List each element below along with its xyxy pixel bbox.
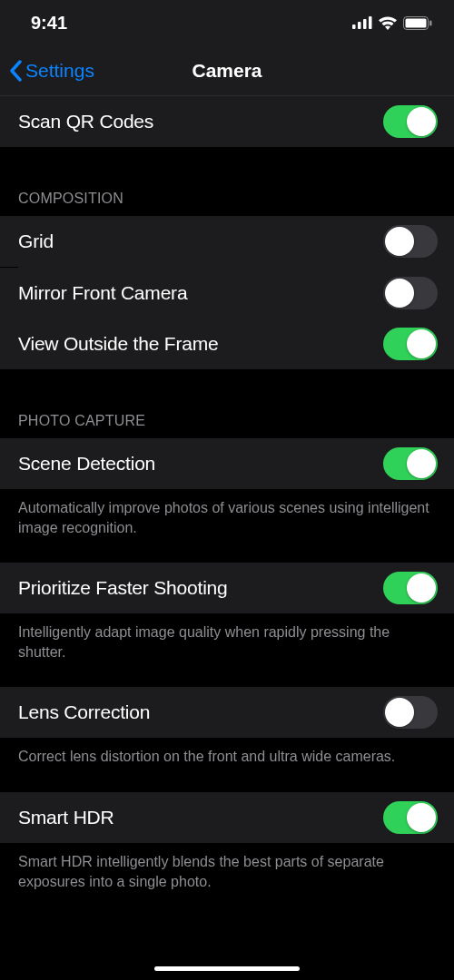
svg-rect-3 [369, 16, 372, 29]
row-label: Prioritize Faster Shooting [18, 577, 228, 599]
svg-rect-6 [429, 20, 432, 25]
svg-rect-2 [363, 19, 367, 29]
status-time: 9:41 [31, 13, 67, 34]
toggle-view-outside-the-frame[interactable] [383, 328, 438, 360]
row-label: Grid [18, 230, 54, 252]
status-bar: 9:41 [0, 0, 454, 45]
toggle-knob [385, 279, 414, 308]
svg-rect-5 [406, 18, 427, 27]
toggle-knob [407, 449, 436, 478]
status-icons [352, 15, 432, 30]
toggle-scene-detection[interactable] [383, 447, 438, 480]
caption-container: Correct lens distortion on the front and… [0, 738, 454, 792]
row-view-outside-the-frame: View Outside the Frame [0, 318, 454, 369]
row-mirror-front-camera: Mirror Front Camera [0, 268, 454, 318]
section-gap [0, 147, 454, 183]
row-label: Mirror Front Camera [18, 282, 187, 304]
toggle-scan-qr-codes[interactable] [383, 105, 438, 138]
back-button[interactable]: Settings [9, 60, 94, 82]
toggle-smart-hdr[interactable] [383, 801, 438, 834]
caption-lens-correction: Correct lens distortion on the front and… [0, 738, 454, 767]
toggle-prioritize-faster-shooting[interactable] [383, 572, 438, 604]
home-indicator[interactable] [154, 966, 300, 971]
cellular-icon [352, 16, 372, 29]
wifi-icon [378, 15, 398, 30]
toggle-mirror-front-camera[interactable] [383, 277, 438, 309]
row-label: Smart HDR [18, 807, 114, 828]
row-lens-correction: Lens Correction [0, 687, 454, 738]
chevron-left-icon [9, 60, 22, 82]
caption-container: Intelligently adapt image quality when r… [0, 613, 454, 687]
battery-icon [403, 16, 432, 30]
toggle-knob [407, 329, 436, 358]
row-label: Scene Detection [18, 453, 155, 475]
toggle-knob [407, 107, 436, 136]
row-scan-qr-codes: Scan QR Codes [0, 96, 454, 147]
section-header-photo-capture: PHOTO CAPTURE [0, 406, 454, 438]
row-grid: Grid [0, 216, 454, 267]
section-header-composition: COMPOSITION [0, 183, 454, 216]
caption-smart-hdr: Smart HDR intelligently blends the best … [0, 843, 454, 891]
row-label: Lens Correction [18, 701, 150, 723]
nav-bar: Settings Camera [0, 45, 454, 96]
toggle-knob [407, 573, 436, 603]
row-prioritize-faster-shooting: Prioritize Faster Shooting [0, 563, 454, 613]
toggle-knob [385, 698, 414, 727]
svg-rect-0 [352, 24, 356, 29]
row-label: View Outside the Frame [18, 333, 218, 355]
section-gap [0, 369, 454, 406]
toggle-knob [385, 227, 414, 256]
caption-faster-shooting: Intelligently adapt image quality when r… [0, 613, 454, 662]
row-label: Scan QR Codes [18, 111, 153, 132]
caption-container: Automatically improve photos of various … [0, 489, 454, 563]
back-label: Settings [25, 60, 94, 82]
caption-container: Smart HDR intelligently blends the best … [0, 843, 454, 916]
row-smart-hdr: Smart HDR [0, 792, 454, 843]
toggle-grid[interactable] [383, 225, 438, 258]
toggle-knob [407, 803, 436, 832]
settings-list[interactable]: Scan QR Codes COMPOSITION Grid Mirror Fr… [0, 96, 454, 916]
row-scene-detection: Scene Detection [0, 438, 454, 489]
toggle-lens-correction[interactable] [383, 696, 438, 729]
caption-scene-detection: Automatically improve photos of various … [0, 489, 454, 537]
svg-rect-1 [358, 22, 361, 29]
